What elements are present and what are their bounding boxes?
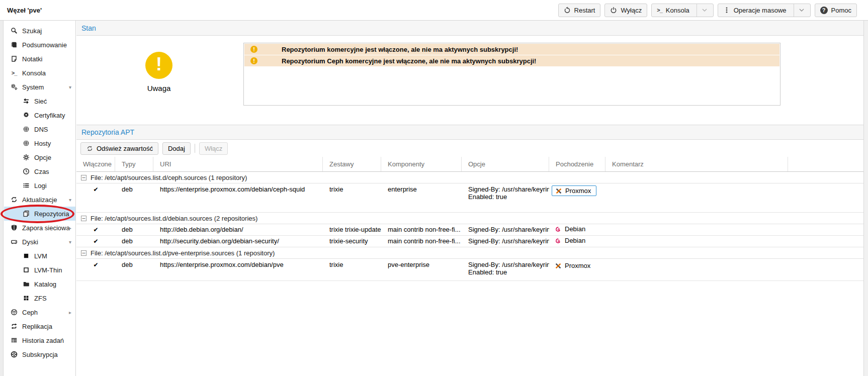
sidebar-item-lvm[interactable]: LVM — [4, 249, 75, 263]
cell-type: deb — [115, 224, 153, 235]
sidebar-item-repozytoria[interactable]: Repozytoria — [4, 207, 75, 221]
sidebar-item-historia-zadan[interactable]: Historia zadań — [4, 333, 75, 347]
restart-icon — [564, 7, 571, 14]
square-outline-icon — [23, 266, 30, 273]
sidebar-item-zapora-sieciowa[interactable]: Zapora sieciowa ▸ — [4, 221, 75, 235]
cell-comment — [605, 224, 788, 235]
sidebar-item-aktualizacje[interactable]: Aktualizacje ▾ — [4, 193, 75, 207]
sidebar-item-szukaj[interactable]: Szukaj — [4, 24, 75, 38]
power-icon — [610, 7, 617, 14]
console-dropdown-arrow[interactable] — [697, 4, 708, 17]
grid-icon — [23, 295, 30, 302]
page-title: Węzeł 'pve' — [7, 7, 42, 14]
collapse-arrow-icon[interactable]: ▾ — [69, 239, 71, 245]
lifebuoy-icon — [11, 351, 18, 358]
expand-arrow-icon[interactable]: ▸ — [69, 310, 71, 315]
collapse-arrow-icon[interactable]: ▾ — [69, 84, 71, 90]
cell-type: deb — [115, 236, 153, 247]
node-sidebar: Szukaj Podsumowanie Notatki >_ Konsola S… — [4, 21, 76, 376]
table-row[interactable]: ✔ deb https://enterprise.proxmox.com/deb… — [76, 259, 863, 281]
column-header-comment[interactable]: Komentarz — [605, 157, 788, 171]
sidebar-item-podsumowanie[interactable]: Podsumowanie — [4, 38, 75, 52]
sidebar-item-ceph[interactable]: Ceph ▸ — [4, 305, 75, 319]
copy-icon — [23, 210, 30, 217]
collapse-arrow-icon[interactable]: ▾ — [69, 197, 71, 203]
column-header-suites[interactable]: Zestawy — [323, 157, 381, 171]
column-header-uri[interactable]: URI — [153, 157, 323, 171]
globe-icon — [23, 126, 30, 133]
sidebar-item-siec[interactable]: Sieć — [4, 94, 75, 108]
cell-suites: trixie — [323, 183, 381, 212]
enable-button[interactable]: Włącz — [199, 142, 228, 155]
sidebar-item-opcje[interactable]: Opcje — [4, 150, 75, 164]
sidebar-item-subskrypcja[interactable]: Subskrypcja — [4, 347, 75, 361]
cell-components: enterprise — [381, 183, 462, 212]
group-row-ceph-sources[interactable]: − File: /etc/apt/sources.list.d/ceph.sou… — [76, 172, 863, 183]
main-content: Stan ! Uwaga ! Repozytorium komercyjne j… — [76, 21, 863, 376]
console-split-button[interactable]: >_ Konsola — [651, 4, 714, 17]
sidebar-item-lvm-thin[interactable]: LVM-Thin — [4, 263, 75, 277]
origin-chip: Debian — [552, 236, 590, 245]
sidebar-item-replikacja[interactable]: Replikacja — [4, 319, 75, 333]
enabled-check-icon: ✔ — [93, 226, 98, 233]
cell-suites: trixie trixie-updates — [323, 224, 381, 235]
collapse-minus-icon[interactable]: − — [81, 250, 86, 256]
proxmox-logo-icon — [555, 187, 562, 195]
status-panel-title: Stan — [81, 24, 96, 32]
restart-button[interactable]: Restart — [558, 4, 601, 17]
chevron-down-icon — [798, 7, 805, 14]
bulk-actions-dropdown-arrow[interactable] — [794, 4, 805, 17]
sidebar-item-certyfikaty[interactable]: Certyfikaty — [4, 108, 75, 122]
sidebar-item-dyski[interactable]: Dyski ▾ — [4, 235, 75, 249]
table-row[interactable]: ✔ deb http://deb.debian.org/debian/ trix… — [76, 224, 863, 236]
sidebar-item-zfs[interactable]: ZFS — [4, 291, 75, 305]
bulk-actions-split-button[interactable]: Operacje masowe — [718, 4, 811, 17]
column-header-options[interactable]: Opcje — [462, 157, 549, 171]
collapse-minus-icon[interactable]: − — [81, 175, 86, 180]
group-file-label: File: /etc/apt/sources.list.d/pve-enterp… — [91, 249, 275, 257]
sidebar-item-dns[interactable]: DNS — [4, 122, 75, 136]
sidebar-item-hosty[interactable]: Hosty — [4, 136, 75, 150]
origin-chip: Proxmox — [552, 261, 595, 270]
network-arrows-icon — [23, 98, 30, 105]
cell-components: main contrib non-free-fi... — [381, 224, 462, 235]
collapse-minus-icon[interactable]: − — [81, 216, 86, 221]
group-row-debian-sources[interactable]: − File: /etc/apt/sources.list.d/debian.s… — [76, 213, 863, 224]
certificate-seal-icon — [23, 112, 30, 119]
expand-arrow-icon[interactable]: ▸ — [69, 225, 71, 231]
cell-options: Signed-By: /usr/share/keyrin... Enabled:… — [462, 259, 549, 280]
cell-comment — [605, 236, 788, 247]
broadcast-icon — [11, 309, 18, 316]
add-button[interactable]: Dodaj — [162, 142, 191, 155]
sidebar-item-czas[interactable]: Czas — [4, 164, 75, 178]
refresh-content-button[interactable]: Odśwież zawartość — [80, 142, 158, 155]
help-button[interactable]: ? Pomoc — [815, 4, 857, 17]
sidebar-item-katalog[interactable]: Katalog — [4, 277, 75, 291]
origin-chip: Debian — [552, 224, 590, 234]
table-row[interactable]: ✔ deb http://security.debian.org/debian-… — [76, 236, 863, 247]
table-row[interactable]: ✔ deb https://enterprise.proxmox.com/deb… — [76, 183, 863, 213]
sidebar-item-notatki[interactable]: Notatki — [4, 52, 75, 66]
column-header-origin[interactable]: Pochodzenie — [549, 157, 605, 171]
vertical-scrollbar[interactable] — [863, 21, 868, 376]
chevron-down-icon — [701, 7, 708, 14]
group-row-pve-enterprise-sources[interactable]: − File: /etc/apt/sources.list.d/pve-ente… — [76, 247, 863, 259]
sidebar-item-konsola[interactable]: >_ Konsola — [4, 66, 75, 80]
note-icon — [11, 55, 18, 62]
cell-uri: http://deb.debian.org/debian/ — [153, 224, 323, 235]
gears-icon — [11, 83, 18, 90]
column-header-components[interactable]: Komponenty — [381, 157, 462, 171]
warning-icon: ! — [250, 46, 257, 53]
shutdown-button[interactable]: Wyłącz — [604, 4, 647, 17]
column-header-types[interactable]: Typy — [115, 157, 153, 171]
column-header-enabled[interactable]: Włączone — [76, 157, 115, 171]
sidebar-item-system[interactable]: System ▾ — [4, 80, 75, 94]
sidebar-item-logi[interactable]: Logi — [4, 178, 75, 193]
cell-comment — [605, 259, 788, 280]
topbar-buttons: Restart Wyłącz >_ Konsola Operacje masow… — [558, 4, 857, 17]
cell-type: deb — [115, 259, 153, 280]
origin-chip-selected: Proxmox — [552, 185, 596, 196]
repo-table-header: Włączone Typy URI Zestawy Komponenty Opc… — [76, 157, 863, 172]
debian-logo-icon — [555, 226, 562, 233]
list-icon — [23, 182, 30, 189]
